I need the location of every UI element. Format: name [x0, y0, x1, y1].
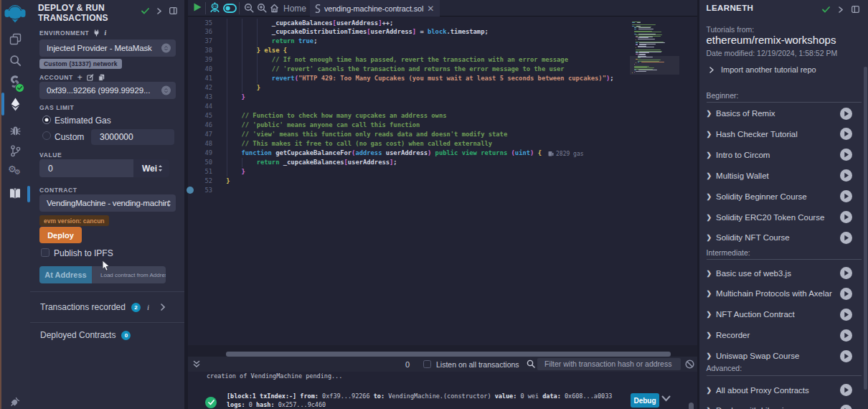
publish-ipfs-checkbox[interactable] [41, 248, 49, 257]
check-icon [822, 6, 830, 13]
deploy-button[interactable]: Deploy [39, 227, 82, 243]
tab-vending-machine-contract[interactable]: vending-machine-contract.sol ✕ [310, 0, 440, 17]
value-unit-select[interactable]: Wei [133, 159, 169, 177]
transactions-recorded-row[interactable]: Transactions recorded 2 i [40, 302, 166, 312]
horizontal-scrollbar[interactable] [188, 345, 697, 357]
play-tutorial-icon[interactable] [840, 350, 852, 362]
zoom-in-icon[interactable] [257, 3, 267, 13]
breakpoint-dot[interactable] [187, 187, 194, 194]
environment-select[interactable]: Injected Provider - MetaMask [39, 39, 176, 57]
tutorial-item[interactable]: ❯Basics of Remix [707, 105, 862, 122]
source-control-icon[interactable] [0, 144, 30, 157]
edit-icon[interactable] [87, 74, 94, 81]
scrollbar-thumb[interactable] [226, 352, 671, 357]
search-icon[interactable] [0, 54, 30, 67]
home-icon [270, 4, 279, 13]
account-label: ACCOUNT + [39, 72, 105, 83]
tutorial-item[interactable]: ❯All about Proxy Contracts [707, 382, 862, 399]
chevron-down-icon[interactable] [661, 395, 671, 402]
select-caret-icon [161, 44, 171, 53]
chevron-right-icon[interactable] [839, 6, 843, 13]
deploy-and-run-icon[interactable] [0, 98, 30, 111]
tutorial-item[interactable]: ❯Multisig Wallet [707, 167, 862, 184]
pending-tx-count: 0 [405, 360, 410, 369]
expand-terminal-icon[interactable] [193, 360, 200, 368]
terminal-filter-input[interactable] [537, 358, 681, 370]
editor-minimap[interactable] [630, 17, 679, 345]
play-tutorial-icon[interactable] [840, 190, 852, 202]
listen-all-checkbox[interactable] [423, 360, 431, 368]
code-line-47: 47 // 'view' means this function only re… [188, 130, 630, 139]
tutorial-item[interactable]: ❯Basic use of web3.js [707, 265, 862, 282]
at-address-button[interactable]: At Address [39, 266, 92, 283]
deployed-contracts-row[interactable]: Deployed Contracts 0 [40, 330, 131, 340]
terminal-scrollbar-thumb[interactable] [689, 403, 694, 409]
remix-ai-icon[interactable] [210, 2, 220, 13]
play-tutorial-icon[interactable] [840, 288, 852, 300]
tutorial-item-label: Multichain Protocols with Axelar [716, 289, 832, 298]
play-tutorial-icon[interactable] [840, 149, 852, 161]
copy-icon[interactable] [98, 74, 105, 81]
file-explorer-icon[interactable] [0, 32, 30, 45]
tutorial-item-label: Uniswap Swap Course [716, 352, 799, 360]
section-label: Beginner: [707, 91, 739, 100]
tutorial-item[interactable]: ❯Deploy with Libraries [707, 402, 862, 409]
tutorial-item-label: Recorder [716, 331, 750, 339]
zoom-out-icon[interactable] [244, 3, 254, 13]
tutorial-item[interactable]: ❯Solidity NFT Course [707, 229, 862, 246]
info-icon[interactable]: i [147, 303, 149, 311]
learneth-book-icon[interactable] [0, 187, 30, 200]
listen-all-label: Listen on all transactions [436, 360, 519, 369]
plugin-connector-icon[interactable] [0, 395, 30, 408]
ai-copilot-toggle[interactable] [223, 4, 237, 13]
play-tutorial-icon[interactable] [840, 405, 852, 409]
play-tutorial-icon[interactable] [840, 267, 852, 279]
tx-log-line2: logs: 0 hash: 0x257...9c460 [227, 401, 326, 408]
play-tutorial-icon[interactable] [840, 232, 852, 244]
code-line-48: 48 // This makes it free to call (no gas… [188, 139, 630, 149]
chevron-right-icon: ❯ [707, 193, 712, 200]
play-tutorial-icon[interactable] [840, 128, 852, 140]
code-line-35: 35 _cupcakeBalances[userAddress]++; [188, 19, 630, 28]
gas-custom-input[interactable]: 3000000 [91, 129, 174, 145]
chevron-right-icon[interactable] [161, 304, 165, 311]
settings-gears-icon[interactable]: ⚙ ⚙ [0, 165, 30, 178]
play-tutorial-icon[interactable] [840, 211, 852, 223]
pin-panel-icon[interactable] [169, 7, 177, 14]
play-tutorial-icon[interactable] [840, 329, 852, 342]
play-tutorial-icon[interactable] [840, 108, 852, 120]
gas-estimated-radio[interactable] [42, 116, 51, 124]
chevron-right-icon[interactable] [157, 8, 161, 14]
pin-panel-icon[interactable] [852, 6, 859, 13]
value-input[interactable]: 0 [39, 159, 133, 177]
import-tutorial-row[interactable]: Import another tutorial repo [709, 65, 816, 74]
tutorial-item[interactable]: ❯NFT Auction Contract [707, 306, 862, 323]
tutorial-item[interactable]: ❯Uniswap Swap Course [707, 347, 862, 365]
tutorial-item[interactable]: ❯Solidity Beginner Course [707, 188, 862, 205]
info-icon[interactable]: i [104, 29, 106, 37]
home-tab[interactable]: Home [270, 4, 306, 14]
plug-icon[interactable] [93, 29, 100, 37]
play-tutorial-icon[interactable] [840, 384, 852, 396]
plus-icon[interactable]: + [77, 72, 83, 83]
tutorial-item[interactable]: ❯Multichain Protocols with Axelar [707, 285, 862, 302]
account-select[interactable]: 0xf39...92266 (9999.99929... [39, 82, 176, 99]
play-tutorial-icon[interactable] [840, 169, 852, 182]
remix-logo-icon[interactable] [0, 3, 30, 23]
close-tab-icon[interactable]: ✕ [427, 4, 434, 13]
code-editor[interactable]: 35 _cupcakeBalances[userAddress]++;36 _c… [188, 17, 697, 345]
tutorial-item[interactable]: ❯Intro to Circom [707, 146, 862, 164]
play-tutorial-icon[interactable] [840, 309, 852, 321]
code-line-43: 43 } [188, 93, 630, 102]
panel-scrollbar-thumb[interactable] [864, 67, 867, 390]
block-icon[interactable] [685, 359, 694, 369]
gas-custom-radio[interactable] [42, 131, 51, 140]
debugger-icon[interactable] [0, 123, 30, 136]
contract-select[interactable]: VendingMachine - vending-machin [39, 194, 176, 212]
tutorial-item[interactable]: ❯Recorder [707, 326, 862, 344]
tutorial-item[interactable]: ❯Solidity ERC20 Token Course [707, 209, 862, 226]
terminal-output[interactable]: creation of VendingMachine pending... [b… [188, 372, 697, 409]
debug-button[interactable]: Debug [631, 393, 659, 408]
run-script-icon[interactable] [194, 3, 202, 11]
tutorial-item[interactable]: ❯Hash Checker Tutorial [707, 126, 862, 143]
